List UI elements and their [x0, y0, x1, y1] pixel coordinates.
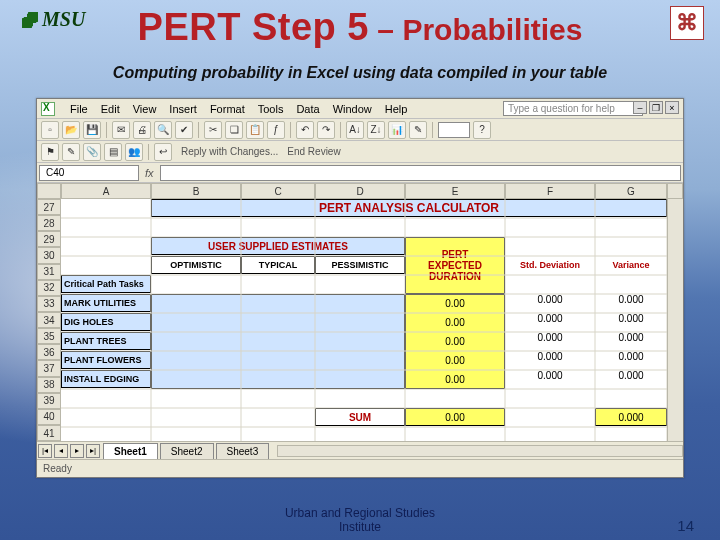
- horizontal-scrollbar[interactable]: [277, 445, 683, 457]
- tab-nav-prev-icon[interactable]: ◂: [54, 444, 68, 458]
- col-header-b[interactable]: B: [151, 183, 241, 199]
- row-33[interactable]: 33: [37, 296, 61, 312]
- zoom-input[interactable]: [438, 122, 470, 138]
- page-number: 14: [677, 517, 694, 534]
- save-icon[interactable]: 💾: [83, 121, 101, 139]
- dur-33: 0.00: [405, 313, 505, 331]
- footer-line2: Institute: [285, 520, 435, 534]
- copy-icon[interactable]: ❏: [225, 121, 243, 139]
- task-dig-holes: DIG HOLES: [61, 313, 151, 331]
- end-review-label[interactable]: End Review: [287, 146, 340, 157]
- fx-icon[interactable]: fx: [145, 167, 154, 179]
- sheet-icon[interactable]: ▤: [104, 143, 122, 161]
- restore-icon[interactable]: ❐: [649, 101, 663, 114]
- tab-nav-next-icon[interactable]: ▸: [70, 444, 84, 458]
- tab-sheet2[interactable]: Sheet2: [160, 443, 214, 459]
- cells-area[interactable]: PERT ANALYSIS CALCULATOR USER SUPPLIED E…: [61, 199, 667, 441]
- col-header-g[interactable]: G: [595, 183, 667, 199]
- chart-icon[interactable]: 📊: [388, 121, 406, 139]
- row-29[interactable]: 29: [37, 231, 61, 247]
- header-pessimistic: PESSIMISTIC: [315, 256, 405, 274]
- dur-32: 0.00: [405, 294, 505, 312]
- col-header-d[interactable]: D: [315, 183, 405, 199]
- menu-file[interactable]: File: [70, 103, 88, 115]
- tab-sheet3[interactable]: Sheet3: [216, 443, 270, 459]
- sum-variance: 0.000: [595, 408, 667, 426]
- mail-icon[interactable]: ✉: [112, 121, 130, 139]
- select-all-corner[interactable]: [37, 183, 61, 199]
- print-icon[interactable]: 🖨: [133, 121, 151, 139]
- undo-icon[interactable]: ↶: [296, 121, 314, 139]
- spell-icon[interactable]: ✔: [175, 121, 193, 139]
- col-header-c[interactable]: C: [241, 183, 315, 199]
- reviewing-toolbar: ⚑ ✎ 📎 ▤ 👥 ↩ Reply with Changes... End Re…: [37, 141, 683, 163]
- formula-bar[interactable]: [160, 165, 681, 181]
- task-plant-flowers: PLANT FLOWERS: [61, 351, 151, 369]
- reply-icon[interactable]: ↩: [154, 143, 172, 161]
- row-38[interactable]: 38: [37, 377, 61, 393]
- close-icon[interactable]: ×: [665, 101, 679, 114]
- minimize-icon[interactable]: –: [633, 101, 647, 114]
- row-40[interactable]: 40: [37, 409, 61, 425]
- name-box[interactable]: C40: [39, 165, 139, 181]
- tab-nav-first-icon[interactable]: |◂: [38, 444, 52, 458]
- menu-insert[interactable]: Insert: [169, 103, 197, 115]
- row-31[interactable]: 31: [37, 264, 61, 280]
- row-35[interactable]: 35: [37, 328, 61, 344]
- format-painter-icon[interactable]: ƒ: [267, 121, 285, 139]
- sd-34: 0.000: [505, 332, 595, 351]
- cut-icon[interactable]: ✂: [204, 121, 222, 139]
- menu-window[interactable]: Window: [333, 103, 372, 115]
- users-icon[interactable]: 👥: [125, 143, 143, 161]
- sort-desc-icon[interactable]: Z↓: [367, 121, 385, 139]
- slide-title: PERT Step 5 – Probabilities: [0, 6, 720, 49]
- standard-toolbar: ▫ 📂 💾 ✉ 🖨 🔍 ✔ ✂ ❏ 📋 ƒ ↶ ↷ A↓ Z↓ 📊 ✎ ?: [37, 119, 683, 141]
- col-header-e[interactable]: E: [405, 183, 505, 199]
- help-icon[interactable]: ?: [473, 121, 491, 139]
- dur-35: 0.00: [405, 351, 505, 369]
- var-34: 0.000: [595, 332, 667, 351]
- critical-path-tasks-label: Critical Path Tasks: [61, 275, 151, 293]
- slide-subtitle: Computing probability in Excel using dat…: [0, 64, 720, 82]
- row-30[interactable]: 30: [37, 247, 61, 263]
- attach-icon[interactable]: 📎: [83, 143, 101, 161]
- new-icon[interactable]: ▫: [41, 121, 59, 139]
- open-icon[interactable]: 📂: [62, 121, 80, 139]
- tab-sheet1[interactable]: Sheet1: [103, 443, 158, 459]
- vertical-scrollbar[interactable]: [667, 199, 683, 441]
- sd-33: 0.000: [505, 313, 595, 332]
- col-header-a[interactable]: A: [61, 183, 151, 199]
- redo-icon[interactable]: ↷: [317, 121, 335, 139]
- menu-tools[interactable]: Tools: [258, 103, 284, 115]
- flag-icon[interactable]: ⚑: [41, 143, 59, 161]
- comment-icon[interactable]: ✎: [62, 143, 80, 161]
- help-search-input[interactable]: Type a question for help: [503, 101, 643, 116]
- sort-asc-icon[interactable]: A↓: [346, 121, 364, 139]
- col-header-f[interactable]: F: [505, 183, 595, 199]
- row-41[interactable]: 41: [37, 425, 61, 441]
- menu-help[interactable]: Help: [385, 103, 408, 115]
- title-sub: Probabilities: [402, 13, 582, 46]
- drawing-icon[interactable]: ✎: [409, 121, 427, 139]
- row-37[interactable]: 37: [37, 360, 61, 376]
- row-34[interactable]: 34: [37, 312, 61, 328]
- menu-data[interactable]: Data: [296, 103, 319, 115]
- estimates-input-area[interactable]: [151, 294, 405, 389]
- row-27[interactable]: 27: [37, 199, 61, 215]
- row-28[interactable]: 28: [37, 215, 61, 231]
- var-32: 0.000: [595, 294, 667, 313]
- menu-edit[interactable]: Edit: [101, 103, 120, 115]
- tab-nav-last-icon[interactable]: ▸|: [86, 444, 100, 458]
- reply-changes-label[interactable]: Reply with Changes...: [181, 146, 278, 157]
- menu-format[interactable]: Format: [210, 103, 245, 115]
- header-std-dev: Std. Deviation: [505, 256, 595, 274]
- paste-icon[interactable]: 📋: [246, 121, 264, 139]
- preview-icon[interactable]: 🔍: [154, 121, 172, 139]
- row-32[interactable]: 32: [37, 280, 61, 296]
- menu-view[interactable]: View: [133, 103, 157, 115]
- row-36[interactable]: 36: [37, 344, 61, 360]
- row-39[interactable]: 39: [37, 393, 61, 409]
- sd-35: 0.000: [505, 351, 595, 370]
- var-33: 0.000: [595, 313, 667, 332]
- column-headers: A B C D E F G: [37, 183, 683, 199]
